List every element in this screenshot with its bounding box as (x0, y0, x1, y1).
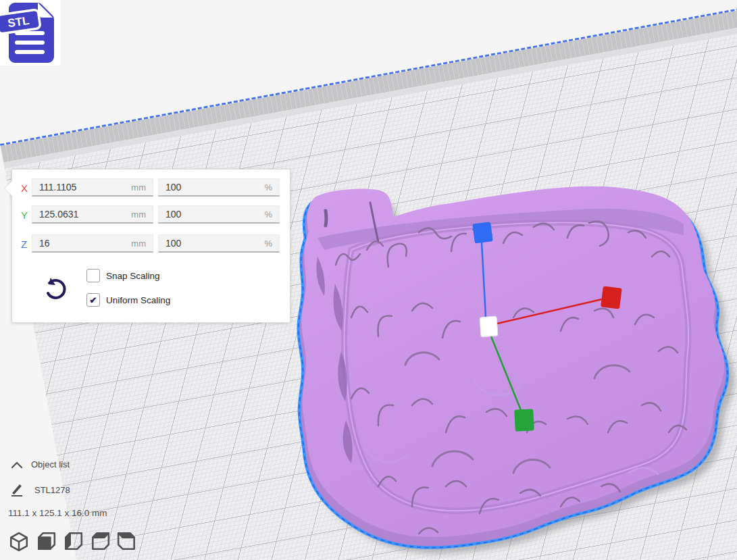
panel-notch (5, 181, 12, 196)
view-3d-button[interactable] (8, 531, 30, 553)
y-size-input[interactable]: 125.0631 mm (32, 205, 153, 224)
reset-scale-button[interactable] (44, 276, 67, 302)
uniform-scaling-checkbox[interactable]: ✔ (86, 293, 100, 307)
x-axis-label: X (21, 182, 30, 194)
x-percent-value: 100 (166, 182, 181, 193)
x-size-value: 111.1105 (39, 182, 76, 193)
view-top-button[interactable] (62, 531, 84, 553)
uniform-scaling-label: Uniform Scaling (106, 295, 170, 305)
x-scale-handle[interactable] (601, 286, 622, 309)
y-size-value: 125.0631 (39, 209, 78, 220)
z-scale-handle[interactable] (472, 222, 492, 243)
y-axis-label: Y (21, 209, 30, 221)
stl-file-icon: STL (0, 0, 61, 66)
x-percent-unit: % (264, 182, 272, 193)
x-size-input[interactable]: 111.1105 mm (32, 178, 153, 197)
x-percent-input[interactable]: 100 % (158, 178, 280, 197)
z-size-unit: mm (131, 238, 146, 249)
snap-scaling-label: Snap Scaling (106, 271, 160, 281)
y-scale-handle[interactable] (514, 409, 534, 431)
view-left-button[interactable] (89, 531, 111, 553)
z-percent-input[interactable]: 100 % (158, 234, 280, 253)
z-percent-value: 100 (166, 238, 181, 249)
z-size-value: 16 (39, 238, 50, 249)
z-axis-label: Z (21, 238, 30, 250)
y-percent-input[interactable]: 100 % (158, 205, 280, 224)
object-list-item[interactable]: STL1278 (0, 482, 70, 497)
3d-viewport[interactable]: STL X 111.1105 mm 100 % Y 125.0631 mm 10… (0, 0, 737, 560)
folded-corner (38, 3, 53, 18)
view-right-button[interactable] (116, 531, 138, 553)
model-stl1278[interactable] (299, 186, 728, 548)
chevron-up-icon (9, 460, 24, 469)
mesh-type-pencil-icon (9, 482, 24, 497)
camera-view-toolbar (8, 531, 143, 553)
file-thumbnail-patch: STL (0, 0, 61, 66)
snap-scaling-row[interactable]: Snap Scaling (86, 269, 160, 282)
z-size-input[interactable]: 16 mm (32, 234, 153, 253)
z-percent-unit: % (264, 238, 272, 249)
scale-tool-panel: X 111.1105 mm 100 % Y 125.0631 mm 100 % … (11, 169, 290, 323)
snap-scaling-checkbox[interactable] (86, 269, 100, 282)
y-size-unit: mm (131, 209, 146, 220)
selected-model-dimensions: 111.1 x 125.1 x 16.0 mm (8, 508, 107, 518)
object-list-header[interactable]: Object list (0, 459, 70, 469)
uniform-scaling-row[interactable]: ✔ Uniform Scaling (86, 293, 170, 307)
y-percent-value: 100 (166, 209, 181, 220)
object-list-title: Object list (31, 459, 70, 469)
y-percent-unit: % (264, 209, 272, 220)
object-name: STL1278 (34, 485, 70, 495)
center-scale-handle[interactable] (480, 316, 498, 337)
model-tab-slot (326, 211, 326, 226)
x-size-unit: mm (131, 182, 146, 193)
view-front-button[interactable] (35, 531, 57, 553)
uniform-check-glyph: ✔ (90, 295, 97, 305)
